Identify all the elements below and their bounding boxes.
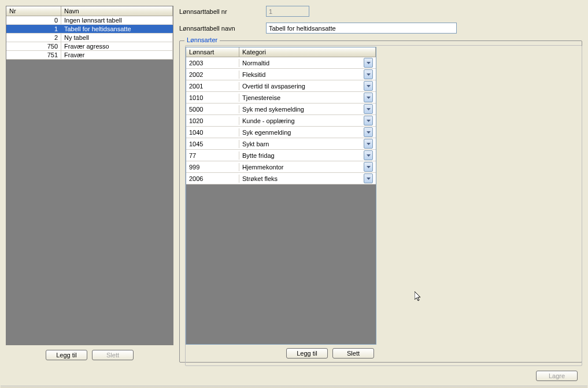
kategori-text: Hjemmekontor (242, 164, 284, 171)
cell-navn: Tabell for heltidsansatte (61, 25, 173, 33)
cell-kategori: Syk egenmelding (239, 127, 376, 138)
input-tabell-navn[interactable] (266, 23, 457, 34)
kategori-text: Kunde - opplæring (242, 117, 295, 124)
cell-kategori: Hjemmekontor (239, 161, 376, 172)
cell-kategori: Normaltid (239, 57, 376, 68)
table-row[interactable]: 1010Tjenestereise (186, 92, 376, 104)
table-row[interactable]: 2002Fleksitid (186, 69, 376, 80)
table-list-header: Nr Navn (6, 6, 173, 16)
chevron-down-icon[interactable] (364, 104, 373, 114)
table-row[interactable]: 751Fravær (6, 51, 173, 60)
kategori-text: Bytte fridag (242, 152, 275, 159)
table-row[interactable]: 1045Sykt barn (186, 138, 376, 150)
lonnsarter-fieldset: Lønnsarter Lønnsart Kategori 2003Normalt… (179, 40, 582, 363)
table-row[interactable]: 1040Syk egenmelding (186, 127, 376, 138)
table-row[interactable]: 5000Syk med sykemelding (186, 104, 376, 115)
table-row[interactable]: 999Hjemmekontor (186, 161, 376, 173)
table-row[interactable]: 77Bytte fridag (186, 150, 376, 161)
lonnsarter-add-button[interactable]: Legg til (286, 348, 328, 359)
cell-navn: Ny tabell (61, 34, 173, 42)
table-row[interactable]: 1020Kunde - opplæring (186, 115, 376, 127)
chevron-down-icon[interactable] (364, 127, 373, 137)
kategori-text: Syk med sykemelding (242, 106, 304, 113)
chevron-down-icon[interactable] (364, 150, 373, 160)
lonnsarter-grid[interactable]: Lønnsart Kategori 2003Normaltid2002Fleks… (186, 47, 376, 345)
cell-kategori: Kunde - opplæring (239, 115, 376, 126)
cell-kategori: Syk med sykemelding (239, 104, 376, 114)
lonnsarter-delete-button[interactable]: Slett (332, 348, 374, 359)
label-tabell-navn: Lønnsarttabell navn (179, 25, 266, 32)
form-row-nr: Lønnsarttabell nr (179, 6, 582, 17)
cell-lonnsart: 2002 (186, 71, 239, 79)
table-list-grid[interactable]: Nr Navn 0Ingen lønnsart tabell1Tabell fo… (6, 6, 173, 345)
col-header-lonnsart[interactable]: Lønnsart (186, 47, 239, 57)
table-row[interactable]: 0Ingen lønnsart tabell (6, 16, 173, 25)
kategori-text: Tjenestereise (242, 94, 280, 101)
fieldset-legend: Lønnsarter (184, 36, 220, 43)
chevron-down-icon[interactable] (364, 173, 373, 183)
left-add-button[interactable]: Legg til (46, 350, 87, 360)
right-panel: Lønnsarttabell nr Lønnsarttabell navn Lø… (179, 6, 582, 363)
status-bar (1, 386, 587, 388)
table-row[interactable]: 2003Normaltid (186, 57, 376, 69)
chevron-down-icon[interactable] (364, 162, 373, 172)
chevron-down-icon[interactable] (364, 139, 373, 149)
cell-lonnsart: 1040 (186, 128, 239, 136)
table-row[interactable]: 2001Overtid til avspasering (186, 80, 376, 92)
cell-kategori: Strøket fleks (239, 173, 376, 184)
chevron-down-icon[interactable] (364, 116, 373, 125)
left-delete-button: Slett (92, 350, 134, 360)
cell-nr: 2 (6, 34, 61, 42)
cell-navn: Fravær (61, 51, 173, 59)
cell-lonnsart: 2006 (186, 175, 239, 183)
cell-navn: Ingen lønnsart tabell (61, 16, 173, 24)
chevron-down-icon[interactable] (364, 58, 373, 68)
chevron-down-icon[interactable] (364, 69, 373, 79)
cell-lonnsart: 2001 (186, 82, 239, 90)
col-header-nr[interactable]: Nr (6, 6, 61, 16)
chevron-down-icon[interactable] (364, 81, 373, 91)
cell-kategori: Fleksitid (239, 69, 376, 80)
form-row-navn: Lønnsarttabell navn (179, 23, 582, 34)
kategori-text: Strøket fleks (242, 175, 278, 182)
kategori-text: Overtid til avspasering (242, 83, 305, 90)
table-row[interactable]: 1Tabell for heltidsansatte (6, 25, 173, 34)
cell-nr: 750 (6, 42, 61, 50)
cell-nr: 751 (6, 51, 61, 59)
cell-lonnsart: 77 (186, 151, 239, 160)
cell-kategori: Bytte fridag (239, 150, 376, 161)
col-header-navn[interactable]: Navn (61, 6, 173, 16)
chevron-down-icon[interactable] (364, 93, 373, 102)
cell-lonnsart: 1045 (186, 140, 239, 148)
lonnsarter-button-row: Legg til Slett (186, 345, 376, 360)
cell-lonnsart: 2003 (186, 59, 239, 67)
cell-nr: 0 (6, 16, 61, 24)
cell-kategori: Tjenestereise (239, 92, 376, 103)
cell-lonnsart: 1010 (186, 94, 239, 102)
lonnsarter-header: Lønnsart Kategori (186, 47, 376, 57)
left-panel: Nr Navn 0Ingen lønnsart tabell1Tabell fo… (6, 6, 173, 363)
table-row[interactable]: 2Ny tabell (6, 34, 173, 42)
cell-lonnsart: 999 (186, 163, 239, 171)
table-row[interactable]: 2006Strøket fleks (186, 173, 376, 184)
cell-lonnsart: 1020 (186, 117, 239, 125)
save-button: Lagre (536, 371, 578, 381)
kategori-text: Syk egenmelding (242, 129, 291, 136)
cell-nr: 1 (6, 25, 61, 33)
cell-lonnsart: 5000 (186, 105, 239, 113)
input-tabell-nr (266, 6, 309, 17)
label-tabell-nr: Lønnsarttabell nr (179, 8, 266, 15)
kategori-text: Sykt barn (242, 141, 269, 147)
left-button-row: Legg til Slett (6, 345, 173, 363)
bottom-bar: Lagre (0, 368, 588, 388)
cell-kategori: Sykt barn (239, 138, 376, 149)
col-header-kategori[interactable]: Kategori (239, 47, 376, 57)
kategori-text: Fleksitid (242, 71, 265, 78)
kategori-text: Normaltid (242, 60, 269, 66)
cell-navn: Fravær agresso (61, 42, 173, 50)
cell-kategori: Overtid til avspasering (239, 80, 376, 91)
table-row[interactable]: 750Fravær agresso (6, 42, 173, 51)
